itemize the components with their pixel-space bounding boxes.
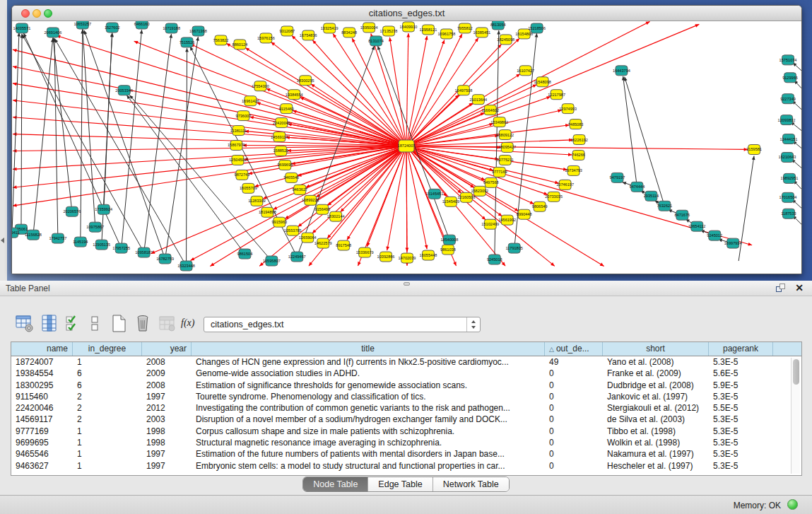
graph-node-label: 15336679 bbox=[356, 250, 374, 255]
table-cell: Tibbo et al. (1998) bbox=[603, 426, 709, 437]
graph-node-label: 17957255 bbox=[112, 246, 130, 250]
column-header-in_degree[interactable]: in_degree bbox=[73, 342, 142, 356]
graph-node-label: 16443794 bbox=[613, 69, 630, 73]
graph-node-label: 14622579 bbox=[314, 241, 332, 245]
table-row[interactable]: 969969511998Structural magnetic resonanc… bbox=[11, 437, 801, 448]
graph-node-label: 1145194 bbox=[73, 240, 88, 244]
table-cell: 5.3E-5 bbox=[709, 426, 773, 437]
graph-node-label: 9806549 bbox=[532, 204, 548, 209]
graph-node-label: 10653257 bbox=[73, 22, 91, 26]
memory-ok-indicator[interactable] bbox=[787, 499, 798, 510]
table-row[interactable]: 2242004622012Investigating the contribut… bbox=[11, 402, 801, 414]
graph-node-label: 9227349 bbox=[780, 97, 796, 101]
graph-node-label: 8917548 bbox=[336, 243, 351, 247]
table-cell: 1 bbox=[73, 356, 142, 368]
close-panel-icon[interactable]: ✕ bbox=[795, 282, 804, 293]
tab-node-table[interactable]: Node Table bbox=[303, 477, 368, 491]
column-header-name[interactable]: name bbox=[11, 342, 73, 356]
column-header-title[interactable]: title bbox=[192, 342, 545, 356]
table-cell: 5.6E-5 bbox=[709, 368, 773, 379]
graph-node-label: 6497568 bbox=[483, 180, 499, 185]
graph-edge bbox=[406, 146, 567, 170]
table-cell: 1 bbox=[73, 426, 142, 437]
graph-node-label: 17942737 bbox=[49, 236, 66, 240]
graph-node-label: 1527602 bbox=[105, 25, 120, 30]
new-table-icon[interactable] bbox=[110, 315, 129, 333]
graph-node-label: 9245012 bbox=[707, 233, 722, 238]
network-canvas[interactable]: 1649750821013644116646021534986216809122… bbox=[12, 21, 801, 274]
table-row[interactable]: 977716911998Corpus callosum shape and si… bbox=[11, 426, 801, 437]
graph-edge bbox=[144, 34, 172, 252]
network-graph: 1649750821013644116646021534986216809122… bbox=[12, 21, 801, 274]
edge-arrowhead-icon bbox=[748, 243, 752, 246]
select-columns-icon[interactable] bbox=[65, 315, 83, 333]
graph-node-label: 18194898 bbox=[259, 210, 276, 214]
graph-edge bbox=[187, 48, 187, 266]
panel-splitter-handle[interactable] bbox=[404, 282, 410, 286]
table-cell: Stergiakouli et al. (2012) bbox=[603, 402, 709, 414]
graph-node-label: 15218506 bbox=[528, 26, 546, 30]
table-options-icon[interactable] bbox=[16, 315, 34, 333]
tab-edge-table[interactable]: Edge Table bbox=[368, 477, 433, 491]
table-cell: 0 bbox=[545, 391, 603, 402]
table-cell: Dudbridge et al. (2008) bbox=[603, 380, 709, 391]
graph-node-label: 9463627 bbox=[292, 187, 307, 192]
network-window[interactable]: citations_edges.txt 16497508210136441166… bbox=[11, 5, 802, 274]
table-row[interactable]: 1456911722003Disruption of a novel membe… bbox=[11, 414, 801, 425]
table-cell: 0 bbox=[545, 437, 603, 448]
row-height-icon[interactable] bbox=[86, 315, 105, 333]
graph-node-label: 17016504 bbox=[779, 195, 797, 199]
table-row[interactable]: 946554611997Estimation of the future num… bbox=[11, 448, 801, 460]
table-scrollbar[interactable] bbox=[791, 358, 800, 474]
graph-node-label: 15145451 bbox=[426, 192, 444, 196]
graph-node-label: 18245098 bbox=[497, 37, 514, 42]
graph-node-label: 12160508 bbox=[457, 195, 475, 199]
table-row[interactable]: 1938455462009Genome-wide association stu… bbox=[11, 368, 801, 379]
graph-edge bbox=[33, 38, 53, 235]
graph-node-label: 12249467 bbox=[288, 255, 306, 259]
edge-arrowhead-icon bbox=[110, 33, 114, 37]
function-builder-icon[interactable]: f(x) bbox=[181, 317, 199, 336]
table-cell: 0 bbox=[545, 402, 603, 414]
graph-node-label: 16055709 bbox=[240, 186, 257, 190]
table-cell: 5.3E-5 bbox=[709, 448, 773, 460]
tab-network-table[interactable]: Network Table bbox=[433, 477, 509, 491]
graph-node-label: 19384554 bbox=[286, 93, 303, 97]
graph-node-label: 9736007 bbox=[236, 114, 252, 118]
column-header-year[interactable]: year bbox=[142, 342, 192, 356]
graph-node-label: 11156828 bbox=[25, 233, 42, 237]
column-header-out_de[interactable]: △out_de... bbox=[545, 342, 603, 356]
graph-node-label: 2935114 bbox=[644, 194, 659, 198]
node-table: namein_degreeyeartitle△out_de...shortpag… bbox=[11, 341, 802, 476]
table-cell: de Silva et al. (2003) bbox=[603, 414, 709, 425]
graph-node-label: 9479197 bbox=[610, 175, 625, 180]
graph-node-label: 15950004 bbox=[360, 25, 378, 30]
edge-arrowhead-icon bbox=[84, 30, 88, 35]
graph-node-label: 17359924 bbox=[95, 207, 112, 211]
delete-table-icon[interactable] bbox=[134, 315, 153, 333]
table-cell: Changes of HCN gene expression and I(f) … bbox=[192, 356, 545, 368]
graph-edge bbox=[12, 33, 19, 233]
graph-node-label: 1588520 bbox=[273, 148, 288, 153]
float-panel-icon[interactable] bbox=[776, 284, 785, 293]
window-titlebar[interactable]: citations_edges.txt bbox=[12, 6, 801, 21]
column-header-short[interactable]: short bbox=[603, 342, 709, 356]
table-row[interactable]: 946362711997Embryonic stem cells: a mode… bbox=[11, 460, 801, 472]
graph-node-label: 12444151 bbox=[780, 137, 798, 141]
graph-node-label: 9861038 bbox=[440, 247, 456, 252]
table-row[interactable]: 1830029562008Estimation of significance … bbox=[11, 380, 801, 391]
column-header-pagerank[interactable]: pagerank bbox=[709, 342, 773, 356]
table-cell: 1997 bbox=[142, 391, 192, 402]
table-cell: 2 bbox=[73, 402, 142, 414]
table-cell: 0 bbox=[545, 426, 603, 437]
graph-node-label: 9474444 bbox=[630, 185, 645, 189]
scrollbar-thumb[interactable] bbox=[793, 359, 799, 385]
table-selector-dropdown[interactable]: citations_edges.txt bbox=[204, 317, 481, 332]
graph-node-label: 15751074 bbox=[779, 58, 797, 62]
dock-collapse-handle[interactable] bbox=[1, 238, 4, 243]
table-cell: 2 bbox=[73, 414, 142, 425]
table-row[interactable]: 911546021997Tourette syndrome. Phenomeno… bbox=[11, 391, 801, 402]
show-columns-icon[interactable] bbox=[41, 315, 59, 333]
graph-node-label: 11283309 bbox=[248, 199, 265, 203]
table-row[interactable]: 1872400712008Changes of HCN gene express… bbox=[11, 356, 801, 368]
